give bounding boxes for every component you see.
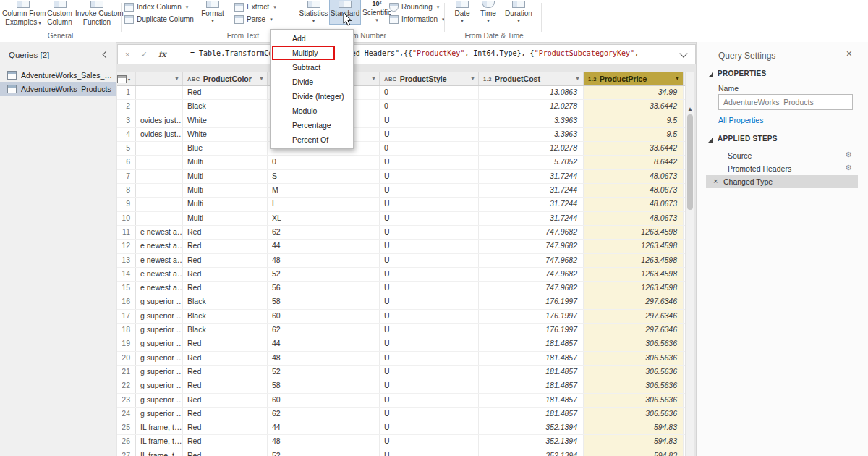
cell-product-style[interactable]: U (380, 128, 479, 141)
format-button[interactable]: Format ▾ (195, 0, 231, 24)
cell-description[interactable] (136, 100, 183, 113)
cell-product-cost[interactable]: 3.3963 (479, 128, 584, 141)
cell-product-style[interactable]: U (380, 184, 479, 197)
index-column-button[interactable]: Index Column ▾ (124, 1, 194, 13)
cell-product-price[interactable]: 48.0673 (584, 170, 684, 183)
cell-product-style[interactable]: U (380, 114, 479, 127)
cell-size[interactable]: S (268, 170, 380, 183)
cell-size[interactable]: 44 (268, 240, 380, 253)
cell-product-price[interactable]: 306.5636 (584, 366, 684, 379)
cell-product-price[interactable]: 48.0673 (584, 184, 684, 197)
menu-item-modulo[interactable]: Modulo (271, 104, 353, 118)
properties-section-header[interactable]: PROPERTIES (708, 69, 766, 77)
vertical-scrollbar[interactable]: ▲ (685, 72, 694, 456)
cell-product-color[interactable]: Multi (183, 184, 268, 197)
menu-item-percent-of[interactable]: Percent Of (271, 132, 353, 147)
cell-product-color[interactable]: Blue (183, 142, 268, 155)
filter-icon[interactable]: ▼ (259, 76, 264, 81)
cell-product-style[interactable]: U (380, 170, 479, 183)
row-number[interactable]: 2 (117, 100, 136, 113)
cell-description[interactable]: ovides just… (136, 114, 183, 127)
cell-product-style[interactable]: U (380, 366, 479, 379)
cell-product-cost[interactable]: 31.7244 (479, 184, 584, 197)
cell-product-cost[interactable]: 181.4857 (479, 394, 584, 407)
custom-column-button[interactable]: Custom Column (44, 0, 75, 27)
cell-product-color[interactable]: Multi (183, 170, 268, 183)
cell-description[interactable]: IL frame, t… (136, 435, 183, 448)
cell-size[interactable]: 62 (268, 324, 380, 337)
query-name-input[interactable] (718, 94, 853, 110)
cell-product-style[interactable]: U (380, 198, 479, 211)
cell-product-cost[interactable]: 747.9682 (479, 254, 584, 267)
cell-size[interactable]: 56 (268, 282, 380, 295)
cell-size[interactable]: 62 (268, 226, 380, 239)
cell-product-cost[interactable]: 31.7244 (479, 212, 584, 225)
cell-description[interactable]: e newest a… (136, 254, 183, 267)
cell-description[interactable]: g superior … (136, 324, 183, 337)
cell-product-price[interactable]: 8.6442 (584, 156, 684, 169)
row-number[interactable]: 17 (117, 310, 136, 323)
scroll-up-icon[interactable]: ▲ (687, 106, 693, 112)
cell-product-color[interactable]: Multi (183, 198, 268, 211)
statistics-button[interactable]: Statistics ▾ (297, 0, 330, 24)
cell-size[interactable]: 0 (268, 156, 380, 169)
filter-icon[interactable]: ▼ (675, 76, 680, 81)
cell-description[interactable]: IL frame, t… (136, 421, 183, 434)
cell-product-cost[interactable]: 181.4857 (479, 408, 584, 421)
row-number[interactable]: 19 (117, 337, 136, 350)
cell-description[interactable] (136, 184, 183, 197)
row-number[interactable]: 4 (117, 128, 136, 141)
row-number[interactable]: 24 (117, 408, 136, 421)
cell-product-cost[interactable]: 5.7052 (479, 156, 584, 169)
row-number[interactable]: 25 (117, 421, 136, 434)
cell-product-cost[interactable]: 747.9682 (479, 240, 584, 253)
column-header-productcolor[interactable]: ABC ProductColor ▼ (183, 72, 268, 85)
cell-product-style[interactable]: U (380, 282, 479, 295)
cell-product-style[interactable]: 0 (380, 142, 479, 155)
cell-product-color[interactable]: Red (183, 352, 268, 365)
cell-size[interactable]: 60 (268, 310, 380, 323)
menu-item-percentage[interactable]: Percentage (271, 118, 353, 132)
column-header-productstyle[interactable]: ABC ProductStyle ▼ (380, 72, 479, 85)
cell-product-color[interactable]: Red (183, 435, 268, 448)
row-number[interactable]: 22 (117, 379, 136, 392)
row-number[interactable]: 7 (117, 170, 136, 183)
cell-product-cost[interactable]: 352.1394 (479, 435, 584, 448)
cell-product-price[interactable]: 1263.4598 (584, 282, 684, 295)
cell-product-cost[interactable]: 181.4857 (479, 352, 584, 365)
delete-step-icon[interactable]: × (713, 177, 718, 185)
menu-item-divide-integer[interactable]: Divide (Integer) (271, 89, 353, 104)
gear-icon[interactable]: ⚙ (846, 151, 852, 159)
row-number[interactable]: 8 (117, 184, 136, 197)
cell-product-color[interactable]: Red (183, 408, 268, 421)
row-number[interactable]: 6 (117, 156, 136, 169)
cell-product-style[interactable]: U (380, 226, 479, 239)
formula-text[interactable]: = Table.TransformColumnTypes(#"Promoted … (190, 49, 689, 57)
row-number[interactable]: 15 (117, 282, 136, 295)
cell-product-color[interactable]: Black (183, 324, 268, 337)
cell-product-cost[interactable]: 176.1997 (479, 310, 584, 323)
cell-product-price[interactable]: 594.83 (584, 449, 684, 456)
query-item[interactable]: AdventureWorks_Products (0, 82, 116, 96)
cell-product-color[interactable]: Black (183, 310, 268, 323)
menu-item-add[interactable]: Add (271, 31, 353, 46)
cell-product-cost[interactable]: 13.0863 (479, 86, 584, 99)
column-from-examples-button[interactable]: Column From Examples▾ (2, 0, 44, 28)
column-header-productcost[interactable]: 1.2 ProductCost ▼ (479, 72, 584, 85)
cell-product-price[interactable]: 9.5 (584, 114, 684, 127)
cell-product-price[interactable]: 306.5636 (584, 337, 684, 350)
cell-product-color[interactable]: Red (183, 282, 268, 295)
cell-description[interactable]: g superior … (136, 366, 183, 379)
cell-description[interactable]: g superior … (136, 295, 183, 308)
cell-product-style[interactable]: U (380, 435, 479, 448)
cell-product-color[interactable]: Multi (183, 212, 268, 225)
cell-product-price[interactable]: 306.5636 (584, 394, 684, 407)
cell-product-style[interactable]: U (380, 379, 479, 392)
row-number[interactable]: 3 (117, 114, 136, 127)
rounding-button[interactable]: Rounding ▾ (389, 1, 445, 13)
cell-description[interactable] (136, 212, 183, 225)
row-number[interactable]: 12 (117, 240, 136, 253)
applied-step-promoted-headers[interactable]: Promoted Headers⚙ (706, 162, 858, 175)
cell-size[interactable]: 48 (268, 254, 380, 267)
cell-description[interactable] (136, 198, 183, 211)
